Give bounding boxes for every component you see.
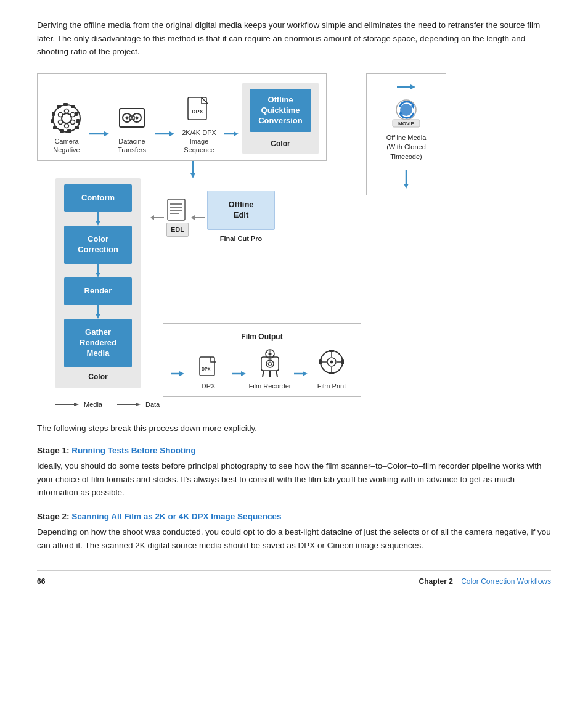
svg-marker-94 <box>404 184 409 189</box>
dpx-icon: DPX <box>187 96 211 126</box>
film-recorder-group: Film Recorder <box>248 348 292 390</box>
color-correction-box: Color Correction <box>64 226 132 264</box>
svg-rect-77 <box>329 350 334 352</box>
film-output-section: Film Output <box>163 323 361 397</box>
film-output-box: Film Output <box>163 323 361 397</box>
svg-point-3 <box>65 123 69 128</box>
stage2-link: Scanning All Film as 2K or 4K DPX Image … <box>71 512 281 521</box>
arrow-to-dpx-output <box>171 369 184 378</box>
bottom-flow-section: Conform Color Correction <box>37 178 361 397</box>
svg-rect-15 <box>60 129 64 133</box>
legend-media-arrow <box>55 401 80 408</box>
svg-marker-84 <box>136 403 141 406</box>
svg-point-7 <box>71 120 75 124</box>
stage2-label: Stage 2: <box>37 512 70 521</box>
arrow-down-to-fcp <box>402 170 410 189</box>
camera-negative-group: Camera Negative <box>45 102 88 155</box>
edl-fcp-section: EDL Offline Edit Final Cut Pro <box>150 191 361 397</box>
svg-text:DPX: DPX <box>202 367 211 371</box>
svg-point-64 <box>268 362 272 366</box>
svg-rect-17 <box>51 119 54 123</box>
footer: 66 Chapter 2 Color Correction Workflows <box>37 570 551 587</box>
arrow-dpx-to-recorder <box>232 369 246 378</box>
dpx-output-label: DPX <box>202 382 216 390</box>
legend-data-arrow <box>117 401 142 408</box>
svg-rect-9 <box>63 103 68 106</box>
render-box: Render <box>64 277 132 305</box>
dpx-group: DPX 2K/4K DPX Image Sequence <box>176 96 223 155</box>
film-print-icon <box>318 348 345 379</box>
svg-marker-51 <box>179 371 184 376</box>
svg-point-5 <box>71 112 75 117</box>
svg-point-6 <box>59 120 63 124</box>
svg-marker-55 <box>241 371 246 376</box>
offline-media-arrow <box>397 83 415 91</box>
svg-point-1 <box>62 113 71 123</box>
stage2-body: Depending on how the shoot was conducted… <box>37 525 551 552</box>
svg-rect-16 <box>53 126 57 129</box>
offline-media-box: MOVIE Offline Media (With Cloned Timecod… <box>366 73 446 195</box>
svg-marker-20 <box>104 131 109 136</box>
svg-point-4 <box>59 112 63 117</box>
footer-chapter-color: Color Correction Workflows <box>461 577 551 586</box>
svg-point-72 <box>330 360 333 363</box>
legend-data-label: Data <box>145 400 160 410</box>
datacine-icon <box>116 102 148 134</box>
svg-point-25 <box>136 116 139 119</box>
arrow-recorder-to-print <box>294 369 308 378</box>
svg-point-63 <box>266 360 274 367</box>
film-recorder-label: Film Recorder <box>248 382 291 390</box>
arrow-fcp-to-edl <box>191 213 205 222</box>
stage2-heading: Stage 2: Scanning All Film as 2K or 4K D… <box>37 511 551 523</box>
svg-marker-40 <box>96 314 100 319</box>
color-flow-column: Conform Color Correction <box>55 178 141 388</box>
stage1-body: Ideally, you should do some tests before… <box>37 459 551 499</box>
arrow-3 <box>223 129 240 154</box>
offline-qt-box: Offline Quicktime Conversion <box>250 89 311 133</box>
fcp-section: Offline Edit Final Cut Pro <box>207 191 275 244</box>
svg-line-61 <box>266 352 267 353</box>
arrow-1 <box>88 129 110 154</box>
legend-media-label: Media <box>84 400 102 410</box>
legend-media: Media <box>55 400 102 410</box>
film-output-row: DPX DPX <box>171 348 353 390</box>
fcp-label: Final Cut Pro <box>220 234 262 244</box>
film-print-label: Film Print <box>317 382 346 390</box>
following-text: The following steps break this process d… <box>37 422 551 435</box>
svg-rect-52 <box>200 357 214 376</box>
svg-marker-82 <box>74 403 79 406</box>
svg-rect-78 <box>329 372 334 374</box>
workflow-diagram: Camera Negative <box>37 73 551 410</box>
svg-marker-49 <box>191 215 195 220</box>
gather-box: Gather Rendered Media <box>64 319 132 367</box>
svg-text:MOVIE: MOVIE <box>398 121 414 126</box>
color-label-top: Color <box>271 138 290 149</box>
edl-row: EDL Offline Edit Final Cut Pro <box>150 191 275 244</box>
svg-point-2 <box>65 109 69 113</box>
svg-point-58 <box>269 352 272 355</box>
film-output-title: Film Output <box>171 331 353 342</box>
svg-line-62 <box>272 355 274 356</box>
dpx-sub-label: 2K/4K DPX Image Sequence <box>176 128 223 155</box>
offline-qt-section: Offline Quicktime Conversion Color <box>242 83 319 155</box>
svg-rect-11 <box>75 112 78 116</box>
footer-page-number: 66 <box>37 576 45 587</box>
svg-rect-80 <box>341 359 344 364</box>
edl-icon <box>166 198 189 221</box>
dpx-output-group: DPX DPX <box>187 356 230 390</box>
svg-marker-36 <box>96 221 100 226</box>
arrow-down-conform <box>94 212 102 226</box>
svg-rect-14 <box>67 129 71 133</box>
arrow-2 <box>153 129 176 154</box>
datacine-group: Datacine Transfers <box>110 102 153 155</box>
svg-rect-79 <box>319 359 322 364</box>
arrow-down-render <box>94 305 102 319</box>
arrow-to-offline-media <box>397 83 415 91</box>
svg-marker-69 <box>303 371 308 376</box>
svg-line-67 <box>276 371 277 377</box>
svg-rect-56 <box>261 357 279 371</box>
footer-chapter-bold: Chapter 2 <box>419 577 452 586</box>
stage1-heading: Stage 1: Running Tests Before Shooting <box>37 445 551 457</box>
offline-edit-box: Offline Edit <box>207 191 275 230</box>
svg-marker-32 <box>234 131 239 136</box>
